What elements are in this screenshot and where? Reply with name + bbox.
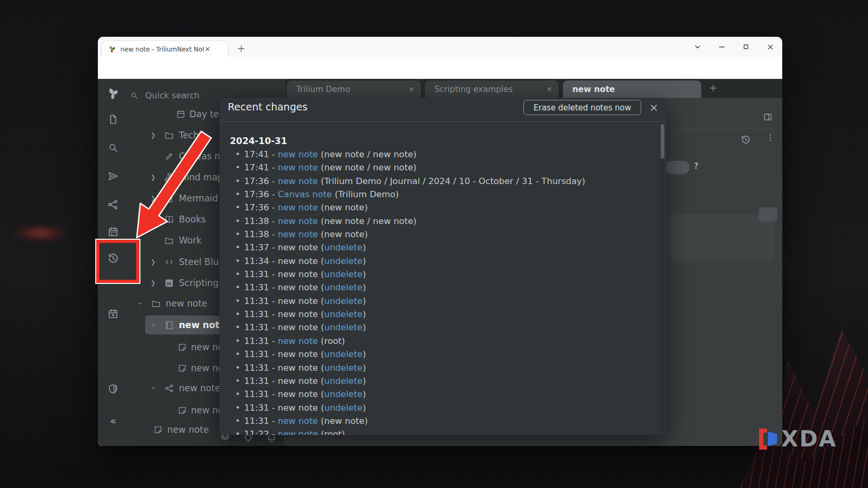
undelete-link[interactable]: undelete xyxy=(324,322,362,332)
entry-time: 11:31 - xyxy=(244,296,278,306)
change-entry: •11:31 - new note (undelete) xyxy=(219,321,651,334)
app-tab-close-icon[interactable]: ✕ xyxy=(546,85,552,94)
new-tab-button[interactable] xyxy=(234,41,248,56)
undelete-link[interactable]: undelete xyxy=(324,376,362,386)
collapse-chevron-icon[interactable]: ⌄ xyxy=(137,298,143,306)
entry-detail: ( xyxy=(318,282,325,292)
tree-item-label: new note xyxy=(167,424,209,435)
close-button[interactable] xyxy=(758,37,782,57)
note-icon xyxy=(154,425,163,434)
floating-button[interactable] xyxy=(759,207,778,222)
tab-close-icon[interactable]: ✕ xyxy=(205,45,210,53)
app-tab-new-note[interactable]: new note xyxy=(563,80,701,98)
bullet: • xyxy=(235,228,244,241)
undelete-link[interactable]: undelete xyxy=(324,269,362,279)
expand-chevron-icon[interactable]: ❯ xyxy=(150,258,156,266)
entry-detail: (Trilium Demo) xyxy=(332,189,399,199)
scrollbar-thumb[interactable] xyxy=(661,124,664,159)
note-link[interactable]: Canvas note xyxy=(278,189,332,199)
entry-title: new note xyxy=(278,309,318,319)
expand-chevron-icon[interactable]: ❯ xyxy=(150,131,156,139)
tree-item-label: new note xyxy=(166,298,207,309)
maximize-button[interactable] xyxy=(734,37,758,57)
quick-search-input[interactable]: Quick search xyxy=(130,90,199,100)
entry-detail: (new note) xyxy=(318,416,368,426)
entry-time: 11:31 - xyxy=(244,389,278,399)
trilium-favicon-icon xyxy=(108,45,116,54)
bullet: • xyxy=(235,428,244,435)
undelete-link[interactable]: undelete xyxy=(324,349,362,359)
entry-time: 11:31 - xyxy=(244,363,278,373)
dialog-close-icon[interactable] xyxy=(647,100,661,115)
expand-chevron-icon[interactable]: ❯ xyxy=(150,195,156,202)
undelete-link[interactable]: undelete xyxy=(324,282,362,292)
bullet: • xyxy=(235,148,244,161)
entry-time: 11:37 - xyxy=(244,242,278,252)
tree-item-label: Canvas no xyxy=(179,151,226,161)
kebab-menu-icon[interactable] xyxy=(766,133,775,142)
sitemap-icon xyxy=(165,173,174,182)
note-revisions-icon[interactable] xyxy=(740,134,751,145)
book-icon xyxy=(165,215,174,224)
browser-window: new note - TriliumNext Notes ✕ Not secur… xyxy=(98,37,782,446)
collapse-chevron-icon[interactable]: ⌄ xyxy=(150,319,157,328)
xda-logo-icon xyxy=(759,429,777,450)
expand-chevron-icon[interactable]: ❯ xyxy=(150,174,156,181)
bullet: • xyxy=(235,388,244,401)
bullet: • xyxy=(235,334,244,348)
undelete-link[interactable]: undelete xyxy=(324,389,362,399)
tab-search-icon[interactable] xyxy=(685,37,710,57)
entry-time: 17:36 - xyxy=(244,176,278,186)
change-entry: •11:31 - new note (new note) xyxy=(219,414,651,428)
split-pane-icon[interactable] xyxy=(763,112,773,122)
bullet: • xyxy=(235,188,244,201)
collapse-chevron-icon[interactable]: ⌄ xyxy=(150,382,157,391)
change-entry: •11:31 - new note (root) xyxy=(219,334,651,348)
undelete-link[interactable]: undelete xyxy=(324,363,362,373)
entry-time: 11:38 - xyxy=(244,229,278,239)
entry-title: new note xyxy=(278,349,318,359)
entry-detail: (root) xyxy=(318,429,345,435)
bullet: • xyxy=(235,255,244,268)
app-tab-scripting-examples[interactable]: Scripting examples✕ xyxy=(425,80,559,98)
entry-title: new note xyxy=(278,296,318,306)
note-link[interactable]: new note xyxy=(278,202,318,212)
app-tab-close-icon[interactable]: ✕ xyxy=(408,85,415,94)
note-link[interactable]: new note xyxy=(278,229,318,239)
bullet: • xyxy=(235,374,244,388)
help-icon[interactable]: ? xyxy=(694,161,699,171)
browser-tab[interactable]: new note - TriliumNext Notes ✕ xyxy=(102,40,228,57)
entry-time: 11:31 - xyxy=(244,403,278,413)
tree-item-label: Mermaid xyxy=(179,193,218,204)
erase-deleted-notes-button[interactable]: Erase deleted notes now xyxy=(523,100,641,115)
tree-item-label: new no xyxy=(191,342,224,352)
day-note-icon xyxy=(176,110,185,119)
app-tab-trilium-demo[interactable]: Trilium Demo✕ xyxy=(287,80,421,98)
scrollbar-track[interactable] xyxy=(661,123,664,432)
note-link[interactable]: new note xyxy=(278,416,318,426)
note-link[interactable]: new note xyxy=(278,336,318,346)
undelete-link[interactable]: undelete xyxy=(324,296,362,306)
note-link[interactable]: new note xyxy=(278,149,318,159)
change-entry: •11:31 - new note (undelete) xyxy=(219,281,651,294)
tree-item-label: Scripting xyxy=(179,278,219,288)
note-link[interactable]: new note xyxy=(278,162,318,172)
note-icon xyxy=(178,406,187,415)
bullet: • xyxy=(235,321,244,334)
note-link[interactable]: new note xyxy=(278,216,318,226)
note-link[interactable]: new note xyxy=(278,176,318,186)
toggle-switch[interactable] xyxy=(664,161,690,174)
minimize-button[interactable] xyxy=(710,37,734,57)
expand-chevron-icon[interactable]: ❯ xyxy=(150,279,156,287)
undelete-link[interactable]: undelete xyxy=(324,242,362,252)
app-new-tab-icon[interactable] xyxy=(708,83,718,93)
undelete-link[interactable]: undelete xyxy=(324,309,362,319)
undelete-link[interactable]: undelete xyxy=(324,256,362,266)
entry-time: 17:41 - xyxy=(244,162,278,172)
note-link[interactable]: new note xyxy=(278,429,318,435)
entry-title: new note xyxy=(278,269,318,279)
bullet: • xyxy=(235,268,244,281)
entry-detail: ( xyxy=(318,256,325,266)
entry-time: 11:31 - xyxy=(244,336,278,346)
undelete-link[interactable]: undelete xyxy=(324,403,362,413)
